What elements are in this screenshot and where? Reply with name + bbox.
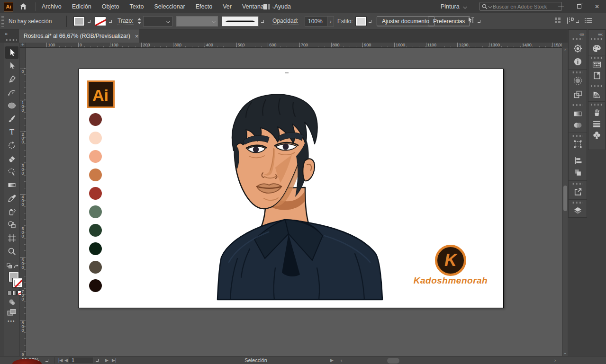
color-swatch-mini[interactable] bbox=[8, 291, 12, 295]
vertical-scrollbar[interactable]: ⌃ ⌄ bbox=[562, 48, 568, 356]
gradient-swatch-mini[interactable] bbox=[12, 291, 17, 295]
menu-ver[interactable]: Ver bbox=[223, 3, 232, 10]
menu-efecto[interactable]: Efecto bbox=[196, 3, 212, 10]
horizontal-scroll-thumb[interactable] bbox=[387, 358, 399, 364]
last-artboard-icon[interactable]: ▶| bbox=[112, 358, 116, 363]
brand-name-text[interactable]: Kadoshmenorah bbox=[406, 275, 496, 286]
menu-ventana[interactable]: Ventana bbox=[242, 3, 264, 10]
close-button[interactable]: ✕ bbox=[594, 3, 600, 10]
eraser-tool[interactable] bbox=[5, 152, 18, 165]
pen-tool[interactable] bbox=[5, 73, 18, 85]
swatches-icon[interactable] bbox=[592, 60, 602, 69]
gradient-tool[interactable] bbox=[5, 179, 18, 191]
lasso-selection-tool[interactable] bbox=[5, 166, 18, 178]
swatch-color-1[interactable] bbox=[89, 113, 102, 126]
panel-grip[interactable] bbox=[572, 202, 583, 204]
gradient-panel-icon[interactable] bbox=[573, 109, 582, 118]
menu-archivo[interactable]: Archivo bbox=[42, 3, 62, 10]
libraries-icon[interactable] bbox=[592, 71, 602, 80]
pathfinder-icon[interactable] bbox=[573, 89, 582, 99]
panel-grip[interactable] bbox=[572, 38, 583, 40]
artboard-tool[interactable] bbox=[5, 232, 18, 244]
swatch-color-9[interactable] bbox=[89, 261, 102, 274]
collapse-panels-icon[interactable]: «« bbox=[598, 32, 602, 37]
symbols-icon[interactable] bbox=[592, 130, 602, 140]
menu-texto[interactable]: Texto bbox=[130, 3, 144, 10]
paragraph-composer-icon[interactable] bbox=[567, 17, 574, 26]
vertical-ruler[interactable]: 01 0 02 0 03 0 04 0 05 0 06 0 07 0 08 0 … bbox=[20, 48, 26, 356]
chevron-down-icon[interactable] bbox=[478, 20, 480, 23]
artboard[interactable]: Ai bbox=[78, 69, 504, 308]
brush-definition-dropdown[interactable] bbox=[222, 16, 259, 27]
chevron-down-icon[interactable] bbox=[88, 20, 90, 23]
stroke-width-stepper[interactable] bbox=[136, 17, 142, 26]
panel-grip[interactable] bbox=[572, 183, 583, 185]
grid-view-icon[interactable] bbox=[554, 17, 561, 26]
toolbar-grip[interactable] bbox=[5, 39, 17, 41]
chevron-down-icon[interactable] bbox=[109, 20, 112, 23]
panel-grip[interactable] bbox=[591, 104, 603, 106]
list-view-icon[interactable] bbox=[585, 18, 592, 25]
select-similar-icon[interactable] bbox=[467, 17, 475, 26]
swatch-color-7[interactable] bbox=[89, 224, 102, 237]
export-icon[interactable] bbox=[573, 187, 582, 196]
opacity-label[interactable]: Opacidad: bbox=[272, 18, 298, 25]
color-fan-icon[interactable] bbox=[592, 89, 602, 99]
adobe-stock-search[interactable] bbox=[479, 2, 562, 11]
scroll-up-icon[interactable]: ⌃ bbox=[563, 49, 567, 53]
canvas-area[interactable]: Ai bbox=[26, 48, 562, 356]
document-layout-switcher[interactable] bbox=[263, 3, 278, 10]
menu-seleccionar[interactable]: Seleccionar bbox=[154, 3, 185, 10]
stroke-width-dropdown[interactable] bbox=[143, 16, 172, 27]
curvature-tool[interactable] bbox=[5, 86, 18, 98]
fit-document-button[interactable]: Ajustar documento bbox=[377, 16, 434, 26]
more-tools-icon[interactable]: ••• bbox=[8, 319, 16, 324]
scroll-down-icon[interactable]: ⌄ bbox=[563, 350, 567, 355]
shape-builder-tool[interactable] bbox=[5, 219, 18, 231]
ai-logo-object[interactable]: Ai bbox=[87, 80, 115, 108]
artboard-panel-icon[interactable] bbox=[573, 139, 582, 149]
graphic-style-chip[interactable] bbox=[355, 17, 367, 26]
panel-grip[interactable] bbox=[572, 71, 583, 73]
type-tool[interactable]: T bbox=[5, 126, 18, 138]
panel-grip[interactable] bbox=[591, 38, 603, 40]
vertical-scroll-thumb[interactable] bbox=[563, 186, 567, 211]
swap-fill-stroke-icon[interactable] bbox=[7, 263, 19, 271]
search-input[interactable] bbox=[493, 4, 560, 9]
chevron-down-icon[interactable] bbox=[369, 20, 371, 23]
selection-tool[interactable] bbox=[5, 46, 18, 59]
chevron-down-icon[interactable] bbox=[45, 359, 48, 362]
artboard-number-field[interactable]: 1 bbox=[69, 357, 93, 364]
scroll-right-icon[interactable]: › bbox=[554, 358, 556, 363]
ellipse-tool[interactable] bbox=[5, 99, 18, 112]
stroke-panel-icon[interactable] bbox=[592, 119, 602, 128]
drawing-modes-icon[interactable] bbox=[7, 309, 17, 318]
info-icon[interactable] bbox=[573, 57, 582, 66]
swatch-color-10[interactable] bbox=[89, 279, 102, 292]
arrange-icon[interactable] bbox=[573, 168, 582, 177]
symbol-sprayer-tool[interactable] bbox=[5, 205, 18, 218]
fill-color-chip[interactable] bbox=[73, 17, 85, 26]
color-panel-icon[interactable] bbox=[592, 44, 602, 53]
stroke-label[interactable]: Trazo: bbox=[118, 18, 134, 25]
scroll-left-icon[interactable]: ‹ bbox=[341, 358, 342, 363]
draw-mode-icon[interactable] bbox=[8, 298, 16, 307]
transparency-icon[interactable] bbox=[573, 120, 582, 130]
stroke-none-indicator[interactable] bbox=[12, 278, 22, 288]
status-text[interactable]: Selección bbox=[237, 357, 275, 363]
brand-logo-badge[interactable]: K bbox=[435, 245, 466, 276]
home-icon[interactable] bbox=[19, 2, 27, 11]
opacity-options-arrow[interactable]: › bbox=[327, 16, 334, 27]
direct-selection-tool[interactable] bbox=[5, 60, 18, 72]
zoom-tool[interactable] bbox=[5, 245, 18, 257]
preferences-button[interactable]: Preferencias bbox=[428, 16, 470, 26]
fill-stroke-indicator[interactable] bbox=[4, 272, 20, 289]
panel-grip[interactable] bbox=[591, 85, 603, 87]
document-tab[interactable]: Rostros.ai* al 66,67% (RGB/Previsualizar… bbox=[19, 29, 139, 43]
collapse-panels-icon[interactable]: «« bbox=[579, 32, 584, 37]
portrait-illustration[interactable] bbox=[204, 69, 394, 306]
tab-close-icon[interactable]: × bbox=[135, 33, 139, 39]
layers-icon[interactable] bbox=[573, 205, 582, 215]
panel-grip[interactable] bbox=[1, 16, 4, 27]
chevron-down-icon[interactable] bbox=[576, 20, 579, 23]
